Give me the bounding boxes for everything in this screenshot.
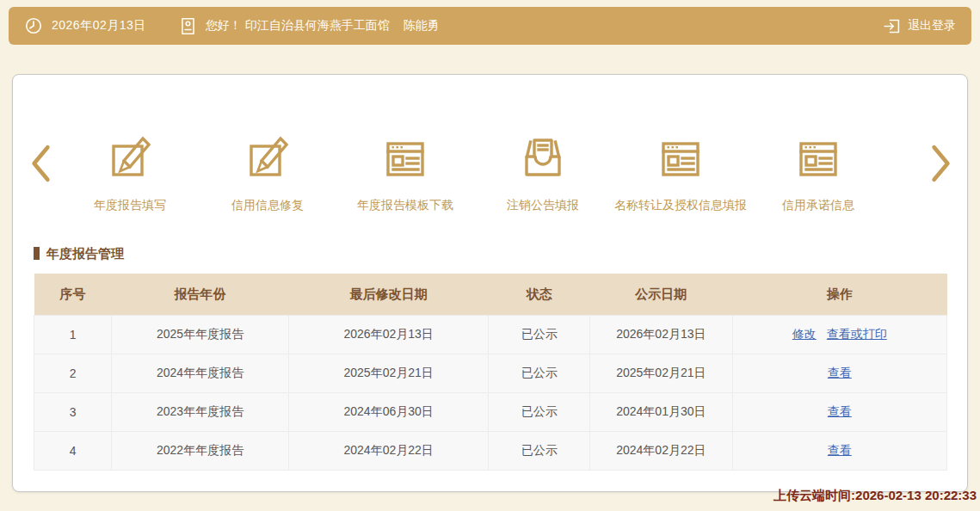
carousel-item-label: 年度报告模板下载 xyxy=(357,198,453,213)
cell-status: 已公示 xyxy=(489,432,590,471)
cell-publish-date: 2024年01月30日 xyxy=(590,393,733,432)
annual-report-table: 序号 报告年份 最后修改日期 状态 公示日期 操作 1 2025年年度报告 20… xyxy=(34,274,947,471)
edit-link[interactable]: 修改 xyxy=(792,327,817,341)
carousel-item-name-transfer[interactable]: 名称转让及授权信息填报 xyxy=(612,135,749,213)
cell-status: 已公示 xyxy=(489,316,590,354)
id-badge-icon xyxy=(179,16,197,36)
header-report-year: 报告年份 xyxy=(112,274,289,316)
cell-report-year: 2024年年度报告 xyxy=(112,354,289,393)
carousel-item-label: 注销公告填报 xyxy=(507,198,579,213)
carousel-item-label: 信用信息修复 xyxy=(231,198,304,213)
logout-button[interactable]: 退出登录 xyxy=(876,17,956,35)
edit-icon xyxy=(244,135,291,185)
table-row: 1 2025年年度报告 2026年02月13日 已公示 2026年02月13日 … xyxy=(34,316,947,354)
cell-report-year: 2023年年度报告 xyxy=(112,393,289,432)
view-link[interactable]: 查看 xyxy=(828,404,852,418)
carousel-item-deregistration-notice[interactable]: 注销公告填报 xyxy=(474,135,612,213)
table-row: 4 2022年年度报告 2024年02月22日 已公示 2024年02月22日 … xyxy=(34,432,947,471)
upload-cloud-time: 上传云端时间:2026-02-13 20:22:33 xyxy=(774,488,977,504)
header-actions: 操作 xyxy=(732,274,946,316)
carousel-item-label: 名称转让及授权信息填报 xyxy=(614,198,747,213)
cell-index: 1 xyxy=(34,316,112,354)
carousel-next-button[interactable] xyxy=(929,144,952,187)
header-index: 序号 xyxy=(34,274,112,316)
cell-report-year: 2022年年度报告 xyxy=(112,432,289,471)
cell-status: 已公示 xyxy=(489,354,590,393)
main-panel: 年度报告填写 信用信息修复 xyxy=(12,74,968,492)
greeting-text: 您好！ 印江自治县何海燕手工面馆 xyxy=(206,18,390,34)
template-icon xyxy=(657,135,704,185)
view-link[interactable]: 查看 xyxy=(828,366,852,379)
clock-icon xyxy=(24,16,43,35)
carousel-prev-button[interactable] xyxy=(30,144,52,187)
carousel-item-credit-commitment[interactable]: 信用承诺信息 xyxy=(749,135,887,213)
cell-index: 2 xyxy=(34,354,112,393)
header-publish-date: 公示日期 xyxy=(590,274,733,316)
cell-index: 3 xyxy=(34,393,112,432)
logout-label: 退出登录 xyxy=(908,18,956,34)
view-or-print-link[interactable]: 查看或打印 xyxy=(827,327,887,341)
header-status: 状态 xyxy=(489,274,590,316)
cell-actions: 修改查看或打印 xyxy=(732,316,946,354)
carousel-item-credit-repair[interactable]: 信用信息修复 xyxy=(199,135,336,213)
cell-actions: 查看 xyxy=(732,354,946,393)
table-header-row: 序号 报告年份 最后修改日期 状态 公示日期 操作 xyxy=(34,274,947,316)
inbox-icon xyxy=(520,135,566,185)
current-date: 2026年02月13日 xyxy=(52,18,146,34)
top-bar: 2026年02月13日 您好！ 印江自治县何海燕手工面馆 陈能勇 退出登录 xyxy=(9,7,971,45)
header-last-modified: 最后修改日期 xyxy=(289,274,489,316)
table-row: 2 2024年年度报告 2025年02月21日 已公示 2025年02月21日 … xyxy=(34,354,947,393)
cell-last-modified: 2024年06月30日 xyxy=(289,393,489,432)
carousel-item-label: 信用承诺信息 xyxy=(782,198,854,213)
function-carousel: 年度报告填写 信用信息修复 xyxy=(61,135,887,213)
section-title: 年度报告管理 xyxy=(34,246,124,262)
user-name: 陈能勇 xyxy=(404,18,440,34)
template-icon xyxy=(795,135,841,185)
cell-last-modified: 2025年02月21日 xyxy=(289,354,489,393)
carousel-item-template-download[interactable]: 年度报告模板下载 xyxy=(336,135,474,213)
cell-actions: 查看 xyxy=(732,393,946,432)
cell-publish-date: 2025年02月21日 xyxy=(590,354,733,393)
cell-publish-date: 2024年02月22日 xyxy=(590,432,733,471)
cell-last-modified: 2024年02月22日 xyxy=(289,432,489,471)
table-row: 3 2023年年度报告 2024年06月30日 已公示 2024年01月30日 … xyxy=(34,393,947,432)
cell-publish-date: 2026年02月13日 xyxy=(590,316,733,354)
edit-icon xyxy=(107,135,153,185)
cell-index: 4 xyxy=(34,432,112,471)
carousel-item-label: 年度报告填写 xyxy=(94,198,166,213)
view-link[interactable]: 查看 xyxy=(828,443,852,457)
logout-icon xyxy=(883,17,901,35)
title-bullet xyxy=(34,247,40,260)
cell-status: 已公示 xyxy=(489,393,590,432)
template-icon xyxy=(382,135,428,185)
cell-report-year: 2025年年度报告 xyxy=(112,316,289,354)
cell-last-modified: 2026年02月13日 xyxy=(289,316,489,354)
cell-actions: 查看 xyxy=(732,432,946,471)
carousel-item-annual-report-fill[interactable]: 年度报告填写 xyxy=(61,135,199,213)
